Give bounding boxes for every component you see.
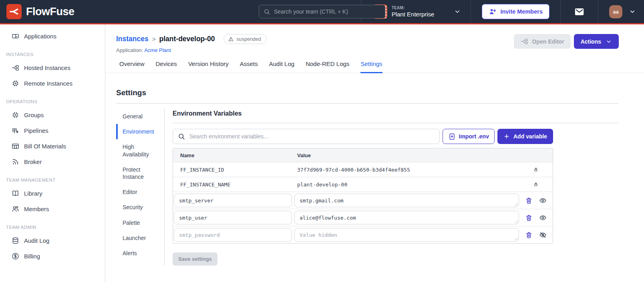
settings-nav-environment[interactable]: Environment: [116, 124, 158, 139]
divider: [164, 109, 165, 266]
brand-name: FlowFuse: [26, 6, 74, 18]
env-value-input[interactable]: [294, 211, 519, 224]
document-download-icon: [448, 133, 456, 140]
app-root: FlowFuse TEAM: Plant Enterprise Invite M…: [0, 0, 644, 283]
settings-nav-protect-instance[interactable]: Protect Instance: [116, 162, 158, 184]
add-variable-button[interactable]: Add variable: [497, 129, 553, 144]
search-icon: [264, 8, 270, 15]
tab-assets[interactable]: Assets: [240, 60, 258, 73]
settings-nav-general[interactable]: General: [116, 109, 158, 124]
sidebar-item-label: Bill Of Materials: [24, 143, 66, 150]
notifications-button[interactable]: [574, 6, 585, 17]
pipelines-icon: [11, 126, 20, 135]
open-editor-button[interactable]: Open Editor: [514, 34, 571, 49]
trash-icon: [525, 214, 533, 222]
users-icon: [11, 205, 20, 213]
team-label: TEAM:: [392, 6, 435, 10]
tab-overview[interactable]: Overview: [119, 60, 145, 73]
tab-devices[interactable]: Devices: [156, 60, 177, 73]
sidebar-item-applications[interactable]: Applications: [0, 28, 105, 44]
delete-variable-button[interactable]: [525, 214, 533, 222]
sidebar-item-label: Pipelines: [24, 127, 48, 134]
env-name-input[interactable]: [174, 194, 292, 207]
sidebar-item-broker[interactable]: Broker: [0, 154, 105, 170]
env-name-input[interactable]: [174, 228, 292, 242]
database-icon: [11, 236, 20, 245]
sidebar-item-billing[interactable]: Billing: [0, 248, 105, 264]
team-search-input[interactable]: [274, 8, 380, 15]
settings-title: Settings: [116, 88, 644, 97]
import-env-button[interactable]: Import .env: [443, 129, 495, 144]
settings-nav-palette[interactable]: Palette: [116, 215, 158, 230]
sidebar-heading-operations: OPERATIONS: [0, 91, 105, 107]
delete-variable-button[interactable]: [525, 197, 533, 204]
env-name-input[interactable]: [174, 211, 292, 224]
sidebar-item-library[interactable]: Library: [0, 186, 105, 201]
sidebar-item-members[interactable]: Members: [0, 201, 105, 217]
sidebar-item-pipelines[interactable]: Pipelines: [0, 123, 105, 138]
divider: [116, 103, 619, 104]
env-section-title: Environment Variables: [173, 109, 619, 123]
settings-nav-high-availability[interactable]: High Availability: [116, 139, 158, 162]
sidebar-item-label: Groups: [24, 112, 44, 118]
topbar-right: TEAM: Plant Enterprise Invite Members aa: [361, 0, 644, 23]
import-env-label: Import .env: [459, 133, 489, 140]
flowfuse-logo-icon: [6, 4, 22, 19]
user-menu[interactable]: aa: [609, 5, 636, 18]
mail-icon: [574, 6, 585, 17]
sidebar-item-hosted-instances[interactable]: Hosted Instances: [0, 60, 105, 76]
env-value-input[interactable]: [294, 194, 519, 207]
sidebar-item-label: Library: [24, 190, 42, 197]
table-row: FF_INSTANCE_ID 37f7d969-97cd-4000-b650-b…: [173, 162, 553, 177]
open-editor-label: Open Editor: [532, 38, 564, 45]
sidebar-item-audit-log[interactable]: Audit Log: [0, 233, 105, 248]
plus-icon: [503, 133, 510, 140]
save-settings-button[interactable]: Save settings: [173, 252, 217, 266]
toggle-visibility-button[interactable]: [539, 197, 547, 204]
tab-audit-log[interactable]: Audit Log: [269, 60, 294, 73]
book-icon: [11, 189, 20, 198]
main-content: Instances > plant-develop-00 suspended A…: [105, 24, 644, 283]
table-icon: [11, 142, 20, 150]
sidebar-item-label: Broker: [24, 158, 42, 165]
env-search-input[interactable]: [189, 133, 435, 140]
env-var-name: FF_INSTANCE_NAME: [173, 182, 294, 188]
team-search-box[interactable]: [259, 5, 385, 18]
groups-icon: [11, 111, 20, 119]
fork-icon: [520, 37, 529, 46]
settings-nav-editor[interactable]: Editor: [116, 184, 158, 200]
settings-nav-launcher[interactable]: Launcher: [116, 230, 158, 246]
sidebar-item-remote-instances[interactable]: Remote Instances: [0, 76, 105, 91]
actions-label: Actions: [581, 38, 601, 45]
home-link[interactable]: FlowFuse: [6, 4, 74, 19]
team-name: Plant Enterprise: [392, 11, 435, 18]
tab-version-history[interactable]: Version History: [188, 60, 229, 73]
settings-nav-alerts[interactable]: Alerts: [116, 246, 158, 261]
invite-members-button[interactable]: Invite Members: [482, 4, 549, 19]
sidebar-item-bill-of-materials[interactable]: Bill Of Materials: [0, 138, 105, 154]
page-title: plant-develop-00: [159, 35, 215, 43]
sidebar-item-groups[interactable]: Groups: [0, 107, 105, 123]
divider: [471, 0, 471, 23]
env-value-input[interactable]: [294, 228, 519, 242]
table-header: Name Value: [173, 148, 553, 162]
breadcrumb-separator: >: [152, 36, 156, 42]
table-row: [173, 226, 553, 243]
user-avatar: aa: [609, 5, 622, 18]
breadcrumb-instances-link[interactable]: Instances: [116, 35, 149, 43]
env-search-box[interactable]: [173, 129, 440, 144]
actions-button[interactable]: Actions: [574, 34, 619, 49]
toggle-visibility-button[interactable]: [539, 214, 547, 222]
instance-tabs: Overview Devices Version History Assets …: [105, 53, 644, 73]
broker-icon: [11, 158, 20, 166]
settings-nav-security[interactable]: Security: [116, 200, 158, 215]
tab-node-red-logs[interactable]: Node-RED Logs: [306, 60, 349, 73]
toggle-visibility-button[interactable]: [539, 231, 547, 239]
sidebar-heading-team-management: TEAM MANAGEMENT: [0, 170, 105, 186]
tab-settings[interactable]: Settings: [360, 60, 382, 73]
application-link[interactable]: Acme Plant: [144, 47, 171, 53]
invite-members-label: Invite Members: [500, 8, 543, 15]
chevron-down-icon: [629, 8, 636, 15]
fork-icon: [11, 64, 20, 72]
delete-variable-button[interactable]: [525, 231, 533, 239]
